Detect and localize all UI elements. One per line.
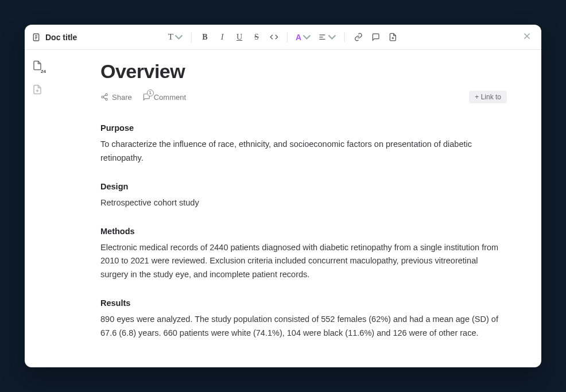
text-style-dropdown[interactable]: T [166, 30, 185, 45]
text-color-dropdown[interactable]: A [293, 30, 313, 45]
svg-point-14 [102, 96, 104, 98]
italic-button[interactable]: I [215, 30, 230, 45]
section-methods: Methods Electronic medical records of 24… [100, 225, 507, 282]
comment-label: Comment [154, 93, 186, 102]
close-button[interactable] [520, 29, 534, 46]
svg-point-13 [106, 94, 108, 96]
bold-button[interactable]: B [197, 30, 212, 45]
section-heading: Purpose [100, 122, 507, 135]
toolbar-formatting: T B I U S A [166, 30, 400, 45]
rail-page-button[interactable]: 24 [30, 58, 45, 73]
align-dropdown[interactable] [316, 30, 339, 45]
rail-page-badge: 24 [41, 69, 46, 74]
rail-add-page-button[interactable] [30, 82, 45, 97]
svg-point-15 [106, 98, 108, 100]
underline-button[interactable]: U [232, 30, 247, 45]
svg-line-17 [103, 98, 106, 99]
page-actions: Share 1 Comment + Link to [100, 91, 507, 103]
section-heading: Design [100, 180, 507, 194]
section-heading: Methods [100, 225, 507, 239]
section-body: To characterize the influence of race, e… [100, 138, 507, 165]
left-rail: 24 [25, 50, 50, 367]
section-body: Electronic medical records of 2440 patie… [100, 241, 507, 282]
doc-icon [32, 33, 41, 42]
doc-title[interactable]: Doc title [45, 33, 77, 42]
comment-action-button[interactable]: 1 Comment [142, 93, 186, 102]
page-title[interactable]: Overview [100, 60, 507, 83]
section-results: Results 890 eyes were analyzed. The stud… [100, 297, 507, 340]
editor-window: Doc title T B I U S A [25, 25, 541, 367]
insert-button[interactable] [385, 30, 400, 45]
section-body: Retrospective cohort study [100, 196, 507, 210]
code-button[interactable] [266, 30, 281, 45]
separator [191, 32, 192, 42]
toolbar: Doc title T B I U S A [25, 25, 541, 50]
share-label: Share [112, 93, 132, 102]
document-content[interactable]: Overview Share 1 Comment + Link to Purpo… [50, 50, 541, 367]
separator [287, 32, 288, 42]
comment-count-badge: 1 [147, 90, 154, 96]
svg-line-16 [103, 95, 106, 96]
toolbar-right [520, 29, 534, 46]
share-icon [100, 93, 108, 101]
link-button[interactable] [351, 30, 366, 45]
link-to-button[interactable]: + Link to [469, 91, 507, 103]
separator [344, 32, 345, 42]
section-purpose: Purpose To characterize the influence of… [100, 122, 507, 165]
section-body: 890 eyes were analyzed. The study popula… [100, 313, 507, 340]
strikethrough-button[interactable]: S [249, 30, 264, 45]
section-heading: Results [100, 297, 507, 311]
section-design: Design Retrospective cohort study [100, 180, 507, 210]
share-button[interactable]: Share [100, 93, 132, 102]
comment-button[interactable] [368, 30, 383, 45]
toolbar-left: Doc title [32, 33, 77, 42]
body-area: 24 Overview Share 1 Comment + Link to [25, 50, 541, 367]
